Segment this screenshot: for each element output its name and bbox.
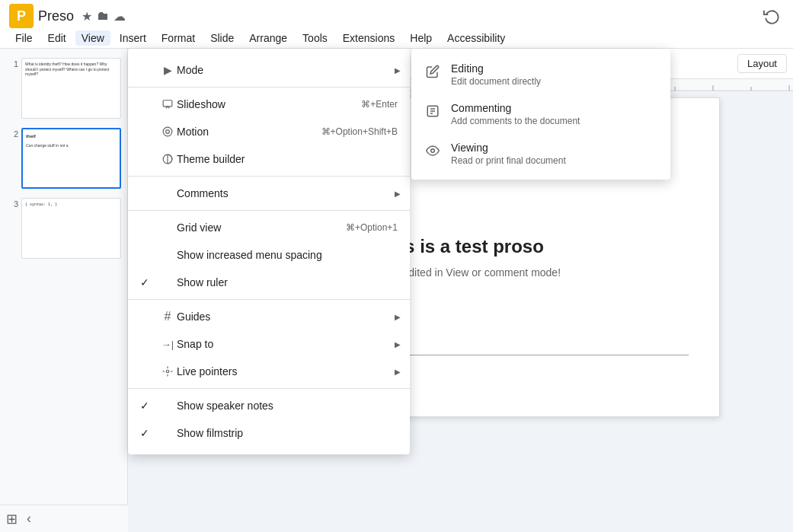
motion-icon: [158, 126, 177, 137]
history-icon[interactable]: [759, 4, 784, 28]
menu-extensions[interactable]: Extensions: [337, 30, 401, 46]
menu-insert[interactable]: Insert: [114, 30, 152, 46]
viewing-title: Viewing: [451, 142, 566, 154]
view-menu-section-comments: Comments: [128, 176, 410, 210]
ruler-check: ✓: [140, 276, 158, 288]
slide-thumbnail-3: { syntax: 1, }: [21, 198, 121, 259]
mode-commenting[interactable]: Commenting Add comments to the document: [411, 94, 670, 134]
spacing-label: Show increased menu spacing: [177, 249, 398, 261]
slide-thumb-1[interactable]: 1 What is identity theft? How does it ha…: [3, 55, 124, 122]
slide-thumb-3[interactable]: 3 { syntax: 1, }: [3, 195, 124, 262]
app-title: Preso: [38, 8, 74, 24]
speaker-notes-label: Show speaker notes: [177, 400, 398, 412]
menu-slide[interactable]: Slide: [204, 30, 240, 46]
slide-thumb-text-1: What is identity theft? How does it happ…: [22, 59, 120, 80]
menu-arrange[interactable]: Arrange: [243, 30, 293, 46]
guides-label: Guides: [177, 311, 398, 323]
slide-number-3: 3: [6, 198, 18, 209]
mode-viewing[interactable]: Viewing Read or print final document: [411, 134, 670, 174]
editing-desc: Edit document directly: [451, 76, 541, 87]
view-menu-section-view: Grid view ⌘+Option+1 Show increased menu…: [128, 210, 410, 299]
slide-number-2: 2: [6, 128, 18, 139]
speaker-notes-check: ✓: [140, 400, 158, 412]
commenting-texts: Commenting Add comments to the document: [451, 102, 580, 126]
topbar-right: [759, 4, 784, 28]
slide-thumb-2[interactable]: 2 theif Can change stuff in not a: [3, 125, 124, 192]
slideshow-label: Slideshow: [177, 98, 343, 110]
view-menu-guides[interactable]: # Guides: [128, 303, 410, 330]
collapse-sidebar-icon[interactable]: ‹: [27, 511, 31, 527]
mode-label: Mode: [177, 64, 398, 76]
commenting-desc: Add comments to the document: [451, 116, 580, 126]
menu-format[interactable]: Format: [155, 30, 201, 46]
view-menu-section-guides: # Guides →| Snap to Live pointers: [128, 299, 410, 388]
view-menu-dropdown: ▶ Mode Slideshow ⌘+Enter Motion ⌘+Option…: [128, 49, 410, 454]
mode-editing[interactable]: Editing Edit document directly: [411, 55, 670, 94]
menu-file[interactable]: File: [9, 30, 39, 46]
view-menu-ruler[interactable]: ✓ Show ruler: [128, 269, 410, 296]
svg-point-22: [166, 370, 169, 373]
slide-thumbnail-2: theif Can change stuff in not a: [21, 128, 121, 189]
viewing-texts: Viewing Read or print final document: [451, 142, 566, 166]
menu-accessibility[interactable]: Accessibility: [441, 30, 511, 46]
snap-label: Snap to: [177, 338, 398, 350]
motion-shortcut: ⌘+Option+Shift+B: [321, 126, 398, 137]
menu-help[interactable]: Help: [404, 30, 438, 46]
svg-point-31: [431, 149, 435, 153]
view-menu-motion[interactable]: Motion ⌘+Option+Shift+B: [128, 118, 410, 145]
view-menu-snap[interactable]: →| Snap to: [128, 330, 410, 358]
slideshow-icon: [158, 99, 177, 110]
editing-texts: Editing Edit document directly: [451, 62, 541, 87]
app-logo: P: [9, 4, 34, 28]
guides-icon: #: [158, 310, 177, 323]
slide-thumb-text-3: { syntax: 1, }: [22, 199, 120, 210]
svg-point-19: [163, 127, 172, 136]
grid-shortcut: ⌘+Option+1: [346, 222, 398, 233]
slide-number-1: 1: [6, 58, 18, 68]
view-menu-theme-builder[interactable]: Theme builder: [128, 145, 410, 173]
title-row: P Preso ★ 🖿 ☁: [0, 0, 793, 27]
theme-icon: [158, 154, 177, 164]
svg-rect-18: [163, 100, 172, 107]
filmstrip-label: Show filmstrip: [177, 427, 398, 439]
snap-icon: →|: [158, 339, 177, 350]
mode-icon: ▶: [158, 64, 177, 76]
live-pointers-label: Live pointers: [177, 365, 398, 377]
slide-thumb-title-2: theif: [23, 129, 120, 140]
menu-row: File Edit View Insert Format Slide Arran…: [0, 27, 793, 48]
view-menu-grid[interactable]: Grid view ⌘+Option+1: [128, 214, 410, 241]
view-menu-filmstrip[interactable]: ✓ Show filmstrip: [128, 419, 410, 447]
slide-thumbnail-1: What is identity theft? How does it happ…: [21, 58, 121, 119]
commenting-icon: [424, 102, 442, 120]
mode-submenu: Editing Edit document directly Commentin…: [411, 49, 670, 180]
view-menu-live-pointers[interactable]: Live pointers: [128, 358, 410, 385]
menu-tools[interactable]: Tools: [296, 30, 334, 46]
filmstrip-check: ✓: [140, 427, 158, 439]
commenting-title: Commenting: [451, 102, 580, 114]
grid-view-icon[interactable]: ⊞: [6, 511, 18, 527]
menu-edit[interactable]: Edit: [42, 30, 72, 46]
ruler-label: Show ruler: [177, 276, 398, 288]
cloud-icon[interactable]: ☁: [114, 9, 126, 24]
folder-icon[interactable]: 🖿: [97, 9, 109, 23]
editing-title: Editing: [451, 62, 541, 75]
view-menu-section-presentation: Slideshow ⌘+Enter Motion ⌘+Option+Shift+…: [128, 87, 410, 176]
comments-label: Comments: [177, 187, 398, 199]
bottom-left-bar: ⊞ ‹: [0, 505, 128, 532]
star-icon[interactable]: ★: [82, 9, 92, 24]
editing-icon: [424, 62, 442, 81]
menu-view[interactable]: View: [75, 30, 110, 46]
layout-button[interactable]: Layout: [737, 54, 787, 73]
view-menu-speaker-notes[interactable]: ✓ Show speaker notes: [128, 392, 410, 419]
grid-label: Grid view: [177, 221, 328, 234]
notes-separator: [385, 355, 689, 355]
slide-thumb-text-2: Can change stuff in not a: [23, 140, 120, 151]
view-menu-section-mode: ▶ Mode: [128, 53, 410, 87]
view-menu-section-notes: ✓ Show speaker notes ✓ Show filmstrip: [128, 388, 410, 450]
view-menu-comments[interactable]: Comments: [128, 180, 410, 207]
view-menu-slideshow[interactable]: Slideshow ⌘+Enter: [128, 91, 410, 118]
view-menu-spacing[interactable]: Show increased menu spacing: [128, 241, 410, 269]
svg-point-20: [166, 130, 170, 134]
view-menu-mode[interactable]: ▶ Mode: [128, 56, 410, 84]
top-bar: P Preso ★ 🖿 ☁ File Edit View Insert Form…: [0, 0, 793, 49]
